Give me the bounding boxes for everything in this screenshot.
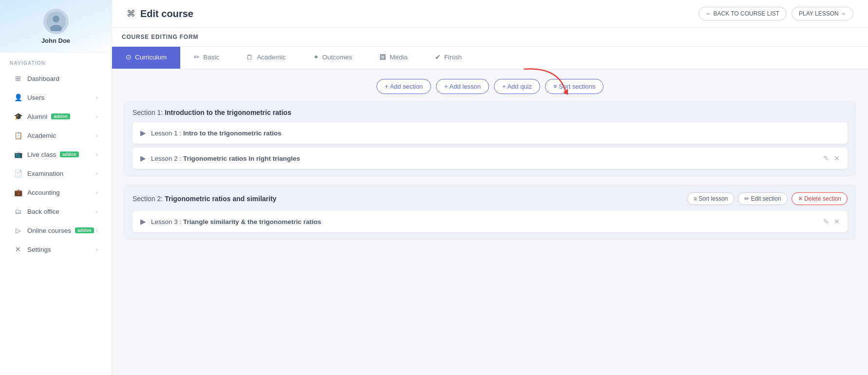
nav-item-label-academic: Academic <box>27 132 56 139</box>
nav-item-label-users: Users <box>27 94 44 101</box>
academic-icon: 📋 <box>14 131 22 140</box>
lesson-actions-3: ✎ ✕ <box>823 218 840 225</box>
page-title: Edit course <box>140 8 193 19</box>
sidebar: John Doe NAVIGATION ⊞ Dashboard 👤 Users … <box>0 0 112 375</box>
tab-label-basic: Basic <box>203 54 219 61</box>
tab-curriculum[interactable]: ⊙Curriculum <box>112 47 180 69</box>
chevron-icon-back-office: › <box>96 208 98 214</box>
tab-icon-basic: ✏ <box>194 53 200 61</box>
tab-label-academic: Academic <box>257 54 285 61</box>
sidebar-item-settings[interactable]: ✕ Settings › <box>4 240 108 259</box>
dashboard-icon: ⊞ <box>14 74 22 83</box>
nav-label: NAVIGATION <box>0 53 112 69</box>
alumni-icon: 🎓 <box>14 112 22 121</box>
back-to-course-list-button[interactable]: ← BACK TO COURSE LIST <box>698 7 787 20</box>
chevron-icon-academic: › <box>96 132 98 138</box>
course-editing-bar: COURSE EDITING FORM <box>112 28 868 47</box>
nav-item-label-online-courses: Online courses <box>27 227 71 234</box>
section-block-2: Section 2: Trigonometric ratios and simi… <box>124 185 856 240</box>
tab-media[interactable]: 🖼Media <box>366 47 421 69</box>
chevron-icon-live-class: › <box>96 151 98 157</box>
nav-item-label-examination: Examination <box>27 170 63 177</box>
chevron-icon-online-courses: › <box>96 227 98 233</box>
chevron-icon-settings: › <box>96 246 98 252</box>
nav-item-left: ✕ Settings <box>14 245 51 254</box>
lesson-item-2: ▶ Lesson 2 : Trigonometric ratios in rig… <box>132 148 848 169</box>
chevron-icon-alumni: › <box>96 113 98 119</box>
edit-section-button-2[interactable]: ✏ Edit section <box>738 192 787 205</box>
lesson-item-1: ▶ Lesson 1 : Intro to the trigonometric … <box>132 122 848 144</box>
delete-lesson-icon-2[interactable]: ✕ <box>834 154 840 162</box>
sidebar-header: John Doe <box>0 0 112 53</box>
delete-lesson-icon-3[interactable]: ✕ <box>834 218 840 225</box>
cmd-icon: ⌘ <box>127 8 135 19</box>
delete-section-button-2[interactable]: ✕ Delete section <box>792 192 848 205</box>
add-lesson-button[interactable]: + Add lesson <box>436 79 489 94</box>
add-section-button[interactable]: + Add section <box>377 79 431 94</box>
lesson-title-1: Lesson 1 : Intro to the trigonometric ra… <box>151 130 282 137</box>
accounting-icon: 💼 <box>14 188 22 197</box>
nav-item-left: 📺 Live class addon <box>14 150 79 159</box>
chevron-icon-accounting: › <box>96 189 98 195</box>
sections-container: Section 1: Introduction to the trigonome… <box>124 101 856 250</box>
addon-badge: addon <box>51 113 70 119</box>
nav-item-left: ⊞ Dashboard <box>14 74 59 83</box>
course-editing-label: COURSE EDITING FORM <box>122 34 198 40</box>
settings-icon: ✕ <box>14 245 22 254</box>
tab-icon-outcomes: ✦ <box>313 53 319 61</box>
tab-icon-finish: ✔ <box>435 53 441 61</box>
page-header: ⌘ Edit course ← BACK TO COURSE LIST PLAY… <box>112 0 868 28</box>
tab-academic[interactable]: 🗒Academic <box>233 47 299 69</box>
sidebar-item-dashboard[interactable]: ⊞ Dashboard <box>4 69 108 88</box>
section-title-2: Section 2: Trigonometric ratios and simi… <box>132 195 277 203</box>
lesson-play-icon-2: ▶ <box>140 154 146 163</box>
addon-badge: addon <box>60 151 79 157</box>
sidebar-item-alumni[interactable]: 🎓 Alumni addon › <box>4 107 108 126</box>
tab-label-curriculum: Curriculum <box>135 54 167 61</box>
sidebar-item-online-courses[interactable]: ▷ Online courses addon › <box>4 221 108 240</box>
tab-finish[interactable]: ✔Finish <box>421 47 475 69</box>
section-title-1: Section 1: Introduction to the trigonome… <box>132 109 291 116</box>
edit-lesson-icon-2[interactable]: ✎ <box>823 154 829 162</box>
nav-item-left: 🗂 Back office <box>14 207 59 216</box>
tab-basic[interactable]: ✏Basic <box>180 47 233 69</box>
tabs-bar: ⊙Curriculum✏Basic🗒Academic✦Outcomes🖼Medi… <box>112 47 868 69</box>
sidebar-item-accounting[interactable]: 💼 Accounting › <box>4 183 108 202</box>
back-office-icon: 🗂 <box>14 207 22 216</box>
lessons-container-2: ▶ Lesson 3 : Triangle similarity & the t… <box>132 211 848 232</box>
tab-label-outcomes: Outcomes <box>322 54 353 61</box>
chevron-icon-examination: › <box>96 170 98 176</box>
tab-icon-curriculum: ⊙ <box>126 53 132 61</box>
nav-item-left: 🎓 Alumni addon <box>14 112 70 121</box>
sort-lesson-button-2[interactable]: ≡ Sort lesson <box>687 192 734 205</box>
sidebar-item-academic[interactable]: 📋 Academic › <box>4 126 108 145</box>
avatar <box>43 9 69 34</box>
lesson-item-3: ▶ Lesson 3 : Triangle similarity & the t… <box>132 211 848 232</box>
nav-item-label-settings: Settings <box>27 246 51 253</box>
add-quiz-button[interactable]: + Add quiz <box>494 79 540 94</box>
section-actions-2: ≡ Sort lesson ✏ Edit section ✕ Delete se… <box>687 192 848 205</box>
lessons-container-1: ▶ Lesson 1 : Intro to the trigonometric … <box>132 122 848 169</box>
content-area: + Add section + Add lesson + Add quiz ≡ … <box>112 69 868 375</box>
sort-sections-button[interactable]: ≡ Sort sections <box>545 79 604 94</box>
play-lesson-button[interactable]: PLAY LESSON → <box>792 7 853 20</box>
users-icon: 👤 <box>14 93 22 102</box>
sidebar-item-live-class[interactable]: 📺 Live class addon › <box>4 145 108 164</box>
sidebar-item-users[interactable]: 👤 Users › <box>4 88 108 107</box>
section-header-2: Section 2: Trigonometric ratios and simi… <box>132 192 848 205</box>
nav-item-left: ▷ Online courses addon <box>14 226 94 235</box>
nav-item-label-accounting: Accounting <box>27 189 60 196</box>
tab-outcomes[interactable]: ✦Outcomes <box>300 47 366 69</box>
tab-label-finish: Finish <box>444 54 462 61</box>
lesson-title-2: Lesson 2 : Trigonometric ratios in right… <box>151 155 300 162</box>
nav-item-left: 📋 Academic <box>14 131 56 140</box>
live-class-icon: 📺 <box>14 150 22 159</box>
section-block-1: Section 1: Introduction to the trigonome… <box>124 101 856 177</box>
section-header-1: Section 1: Introduction to the trigonome… <box>132 109 848 116</box>
sidebar-item-back-office[interactable]: 🗂 Back office › <box>4 202 108 221</box>
nav-item-label-live-class: Live class <box>27 151 56 158</box>
user-name: John Doe <box>41 37 70 44</box>
edit-lesson-icon-3[interactable]: ✎ <box>823 218 829 225</box>
sidebar-item-examination[interactable]: 📄 Examination › <box>4 164 108 183</box>
nav-item-left: 👤 Users <box>14 93 44 102</box>
